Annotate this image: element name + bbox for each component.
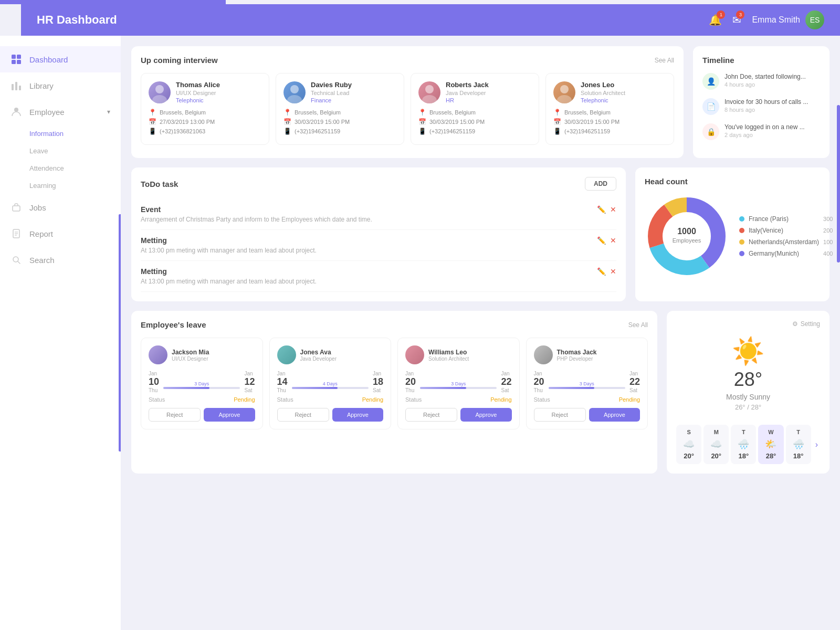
sub-item-leave[interactable]: Leave bbox=[29, 142, 121, 160]
forecast-next[interactable]: › bbox=[813, 425, 820, 464]
svg-point-15 bbox=[155, 85, 164, 93]
top-row: Up coming interview See All bbox=[131, 46, 830, 158]
ic-avatar-2 bbox=[418, 81, 440, 103]
svg-point-22 bbox=[557, 95, 572, 103]
weather-main: ☀️ 28° Mostly Sunny 26° / 28° bbox=[676, 333, 820, 416]
ic-role-1: Technical Lead bbox=[311, 90, 352, 96]
interview-card-3: Jones Leo Solution Architect Telephonic … bbox=[545, 73, 674, 145]
scrollbar[interactable] bbox=[837, 105, 840, 262]
svg-point-19 bbox=[425, 85, 434, 93]
approve-button-1[interactable]: Approve bbox=[332, 408, 383, 422]
headcount-legend: France (Paris) 300 Italy(Venice) 200 Net… bbox=[739, 215, 833, 257]
sidebar-item-library[interactable]: Library bbox=[0, 72, 121, 99]
timeline-time-1: 8 hours ago bbox=[724, 107, 808, 113]
lc-role-2: Solution Architect bbox=[428, 356, 469, 362]
user-info: Emma Smith ES bbox=[752, 10, 824, 29]
report-label: Report bbox=[29, 229, 53, 238]
reject-button-1[interactable]: Reject bbox=[277, 408, 329, 422]
legend-item-0: France (Paris) 300 bbox=[739, 215, 833, 223]
grid-icon bbox=[10, 54, 22, 65]
notification-bell[interactable]: 🔔 1 bbox=[709, 14, 722, 26]
svg-point-7 bbox=[14, 108, 18, 112]
sidebar-item-report[interactable]: Report bbox=[0, 220, 121, 247]
ic-date-1: 📅 30/03/2019 15:00 PM bbox=[284, 118, 396, 125]
top-accent bbox=[0, 0, 226, 4]
todo-delete-2[interactable]: ✕ bbox=[610, 267, 616, 276]
todo-section: ToDo task ADD Event Arrangement of Chris… bbox=[131, 167, 626, 301]
todo-edit-1[interactable]: ✏️ bbox=[597, 236, 606, 245]
reject-button-3[interactable]: Reject bbox=[534, 408, 586, 422]
legend-label-france: France (Paris) bbox=[749, 215, 819, 223]
main-content: Up coming interview See All bbox=[121, 36, 840, 630]
forecast-day-2: T 🌧️ 18° bbox=[731, 425, 756, 464]
person-icon bbox=[10, 106, 22, 118]
legend-val-france: 300 bbox=[823, 216, 833, 222]
sub-item-information[interactable]: Information bbox=[29, 125, 121, 142]
todo-delete-0[interactable]: ✕ bbox=[610, 205, 616, 214]
timeline-person-icon: 👤 bbox=[702, 73, 719, 90]
weather-section: ⚙ Setting ☀️ 28° Mostly Sunny 26° / 28° … bbox=[667, 311, 830, 474]
svg-rect-2 bbox=[12, 60, 16, 64]
todo-title-2: Metting bbox=[141, 267, 317, 276]
cloud-icon-0: ☁️ bbox=[678, 438, 699, 450]
sidebar-item-employee[interactable]: Employee ▾ bbox=[0, 99, 121, 125]
svg-point-16 bbox=[152, 95, 167, 103]
svg-point-18 bbox=[287, 95, 302, 103]
message-icon-wrap[interactable]: ✉ 3 bbox=[732, 14, 741, 26]
interview-card-2: Roberts Jack Java Developer HR 📍 Brussel… bbox=[411, 73, 539, 145]
todo-desc-2: At 13:00 pm meting with manager and team… bbox=[141, 278, 317, 285]
leave-see-all[interactable]: See All bbox=[628, 321, 648, 329]
lc-avatar-3 bbox=[534, 345, 553, 364]
headcount-donut-chart: 1000 Employees bbox=[645, 194, 729, 278]
legend-label-netherlands: Netherlands(Amsterdam) bbox=[749, 238, 819, 246]
ic-avatar-1 bbox=[284, 81, 306, 103]
todo-item-0: Event Arrangement of Christmas Party and… bbox=[141, 199, 616, 230]
approve-button-0[interactable]: Approve bbox=[204, 408, 255, 422]
location-icon-1: 📍 bbox=[284, 109, 291, 116]
ic-header-0: Thomas Alice UI/UX Designer Telephonic bbox=[149, 81, 261, 103]
sub-item-attendence[interactable]: Attendence bbox=[29, 160, 121, 177]
reject-button-2[interactable]: Reject bbox=[405, 408, 457, 422]
timeline-file-icon: 📄 bbox=[702, 98, 719, 115]
legend-val-germany: 400 bbox=[823, 250, 833, 257]
weather-settings[interactable]: ⚙ Setting bbox=[676, 320, 820, 328]
todo-item-1: Metting At 13:00 pm meting with manager … bbox=[141, 230, 616, 261]
svg-text:1000: 1000 bbox=[677, 227, 696, 236]
sidebar-item-search[interactable]: Search bbox=[0, 247, 121, 273]
calendar-icon: 📅 bbox=[149, 118, 156, 125]
add-todo-button[interactable]: ADD bbox=[585, 177, 616, 191]
timeline-section: Timeline 👤 John Doe, started following..… bbox=[693, 46, 830, 158]
lc-name-2: Williams Leo bbox=[428, 349, 469, 356]
sidebar-item-dashboard[interactable]: Dashboard bbox=[0, 46, 121, 72]
ic-name-3: Jones Leo bbox=[581, 81, 625, 89]
ic-avatar-3 bbox=[553, 81, 575, 103]
approve-button-3[interactable]: Approve bbox=[589, 408, 640, 422]
phone-icon-3: 📱 bbox=[553, 128, 561, 135]
sub-item-learning[interactable]: Learning bbox=[29, 177, 121, 194]
todo-delete-1[interactable]: ✕ bbox=[610, 236, 616, 245]
timeline-item-2: 🔒 You've logged in on a new ... 2 days a… bbox=[702, 123, 820, 140]
todo-edit-0[interactable]: ✏️ bbox=[597, 205, 606, 214]
phone-icon-2: 📱 bbox=[418, 128, 426, 135]
svg-line-14 bbox=[18, 261, 20, 264]
lc-name-3: Thomas Jack bbox=[557, 349, 597, 356]
ic-dept-1: Finance bbox=[311, 97, 352, 103]
svg-rect-0 bbox=[12, 55, 16, 59]
timeline-time-2: 2 days ago bbox=[724, 132, 805, 138]
report-icon bbox=[10, 228, 22, 239]
reject-button-0[interactable]: Reject bbox=[149, 408, 201, 422]
approve-button-2[interactable]: Approve bbox=[460, 408, 511, 422]
svg-rect-4 bbox=[12, 84, 14, 90]
sidebar-item-jobs[interactable]: Jobs bbox=[0, 194, 121, 220]
todo-edit-2[interactable]: ✏️ bbox=[597, 267, 606, 276]
interviews-section: Up coming interview See All bbox=[131, 46, 684, 158]
todo-title-1: Metting bbox=[141, 236, 317, 245]
legend-dot-italy bbox=[739, 228, 744, 233]
donut-wrap: 1000 Employees France (Paris) 300 Italy(… bbox=[645, 194, 820, 278]
headcount-title: Head count bbox=[645, 177, 688, 186]
leave-card-0: Jackson Mia UI/UX Designer Jan 10 Thu bbox=[141, 338, 263, 429]
lc-name-1: Jones Ava bbox=[300, 349, 337, 356]
timeline-text-0: John Doe, started following... bbox=[724, 73, 806, 80]
lc-avatar-1 bbox=[277, 345, 296, 364]
interviews-see-all[interactable]: See All bbox=[655, 57, 674, 64]
